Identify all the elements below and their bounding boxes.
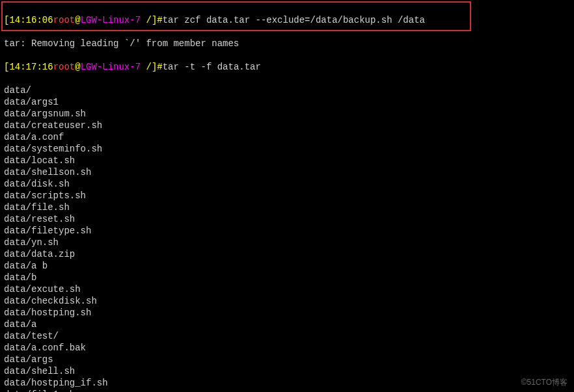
- hostname: LGW-Linux-7: [81, 15, 141, 25]
- file-listing-line: data/yn.sh: [4, 237, 570, 248]
- at-sign: @: [75, 62, 80, 72]
- file-listing-line: data/shell.sh: [4, 365, 570, 377]
- tar-warning-line: tar: Removing leading `/' from member na…: [4, 38, 570, 49]
- file-listing-line: data/excute.sh: [4, 283, 570, 295]
- file-listing-line: data/args1: [4, 96, 570, 108]
- file-listing-line: data/systeminfo.sh: [4, 143, 570, 155]
- command-text: tar -t -f data.tar: [163, 62, 261, 72]
- timestamp: [14:17:16: [4, 62, 53, 72]
- file-listing-line: data/createuser.sh: [4, 120, 570, 131]
- file-listing-line: data/data.zip: [4, 248, 570, 260]
- file-listing-line: data/filetype.sh: [4, 225, 570, 237]
- file-listing-line: data/hostping_if.sh: [4, 377, 570, 389]
- file-listing-line: data/checkdisk.sh: [4, 295, 570, 307]
- working-dir: /]#: [141, 15, 163, 25]
- file-listing-line: data/args: [4, 354, 570, 365]
- file-listing-line: data/file1.sh: [4, 389, 570, 392]
- file-listing-line: data/test/: [4, 330, 570, 342]
- prompt-line-2: [14:17:16root@LGW-Linux-7 /]#tar -t -f d…: [4, 61, 570, 73]
- file-listing-line: data/reset.sh: [4, 213, 570, 225]
- file-listing-line: data/locat.sh: [4, 155, 570, 166]
- watermark-text: ©51CTO博客: [521, 376, 567, 388]
- file-listing-line: data/scripts.sh: [4, 190, 570, 202]
- command-text: tar zcf data.tar --exclude=/data/backup.…: [163, 15, 425, 25]
- username: root: [53, 62, 75, 72]
- file-listing-line: data/shellson.sh: [4, 166, 570, 178]
- timestamp: [14:16:06: [4, 15, 53, 25]
- working-dir: /]#: [141, 62, 163, 72]
- file-listing-line: data/file.sh: [4, 202, 570, 213]
- file-listing-line: data/argsnum.sh: [4, 108, 570, 120]
- file-listing-line: data/hostping.sh: [4, 307, 570, 319]
- username: root: [53, 15, 75, 25]
- at-sign: @: [75, 15, 80, 25]
- file-listing-line: data/a.conf.bak: [4, 342, 570, 354]
- terminal-output[interactable]: [14:16:06root@LGW-Linux-7 /]#tar zcf dat…: [0, 0, 574, 392]
- file-listing-line: data/: [4, 85, 570, 96]
- file-listing-line: data/a.conf: [4, 131, 570, 143]
- file-listing-line: data/b: [4, 272, 570, 283]
- file-listing-line: data/a: [4, 319, 570, 330]
- hostname: LGW-Linux-7: [81, 62, 141, 72]
- prompt-line-1: [14:16:06root@LGW-Linux-7 /]#tar zcf dat…: [4, 14, 570, 26]
- file-listing-line: data/a b: [4, 260, 570, 272]
- file-listing-line: data/disk.sh: [4, 178, 570, 190]
